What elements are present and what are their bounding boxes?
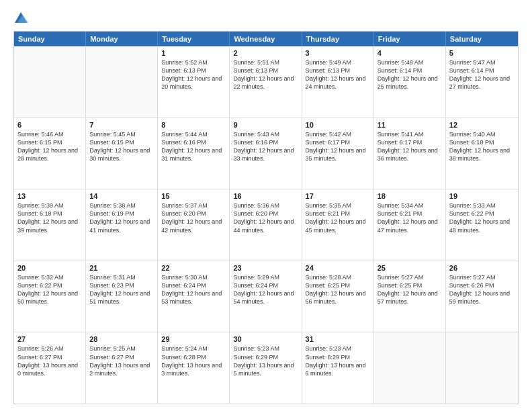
day-number: 21 bbox=[89, 264, 154, 272]
day-info: Sunrise: 5:36 AM Sunset: 6:20 PM Dayligh… bbox=[233, 201, 298, 234]
header-day-thursday: Thursday bbox=[302, 32, 374, 46]
day-number: 27 bbox=[17, 335, 82, 343]
day-number: 26 bbox=[449, 264, 515, 272]
calendar-cell: 10Sunrise: 5:42 AM Sunset: 6:17 PM Dayli… bbox=[302, 118, 374, 189]
calendar-row-4: 27Sunrise: 5:26 AM Sunset: 6:27 PM Dayli… bbox=[14, 332, 518, 404]
day-number: 30 bbox=[233, 335, 298, 343]
day-info: Sunrise: 5:23 AM Sunset: 6:29 PM Dayligh… bbox=[233, 345, 298, 377]
calendar-cell: 29Sunrise: 5:24 AM Sunset: 6:28 PM Dayli… bbox=[158, 332, 230, 404]
day-info: Sunrise: 5:44 AM Sunset: 6:16 PM Dayligh… bbox=[161, 130, 226, 163]
calendar-header: SundayMondayTuesdayWednesdayThursdayFrid… bbox=[14, 32, 518, 46]
day-info: Sunrise: 5:30 AM Sunset: 6:24 PM Dayligh… bbox=[161, 273, 226, 306]
header-day-sunday: Sunday bbox=[14, 32, 86, 46]
day-info: Sunrise: 5:37 AM Sunset: 6:20 PM Dayligh… bbox=[161, 201, 226, 234]
day-info: Sunrise: 5:51 AM Sunset: 6:13 PM Dayligh… bbox=[233, 58, 298, 91]
day-number: 6 bbox=[17, 121, 82, 129]
day-number: 23 bbox=[233, 264, 298, 272]
day-number: 18 bbox=[378, 192, 442, 200]
page-header bbox=[13, 11, 519, 26]
calendar-cell: 8Sunrise: 5:44 AM Sunset: 6:16 PM Daylig… bbox=[158, 118, 230, 189]
day-info: Sunrise: 5:29 AM Sunset: 6:24 PM Dayligh… bbox=[233, 273, 298, 306]
calendar-row-1: 6Sunrise: 5:46 AM Sunset: 6:15 PM Daylig… bbox=[14, 118, 518, 190]
calendar-cell: 22Sunrise: 5:30 AM Sunset: 6:24 PM Dayli… bbox=[158, 261, 230, 332]
calendar-cell: 1Sunrise: 5:52 AM Sunset: 6:13 PM Daylig… bbox=[158, 46, 230, 118]
day-info: Sunrise: 5:49 AM Sunset: 6:13 PM Dayligh… bbox=[306, 58, 370, 91]
day-number: 15 bbox=[161, 192, 226, 200]
calendar-cell: 28Sunrise: 5:25 AM Sunset: 6:27 PM Dayli… bbox=[86, 332, 158, 404]
calendar-cell: 14Sunrise: 5:38 AM Sunset: 6:19 PM Dayli… bbox=[86, 189, 158, 261]
day-info: Sunrise: 5:34 AM Sunset: 6:21 PM Dayligh… bbox=[378, 201, 442, 234]
header-day-monday: Monday bbox=[86, 32, 158, 46]
calendar-cell: 9Sunrise: 5:43 AM Sunset: 6:16 PM Daylig… bbox=[230, 118, 302, 189]
calendar-cell: 13Sunrise: 5:39 AM Sunset: 6:18 PM Dayli… bbox=[14, 189, 86, 261]
calendar: SundayMondayTuesdayWednesdayThursdayFrid… bbox=[13, 31, 519, 404]
calendar-cell: 3Sunrise: 5:49 AM Sunset: 6:13 PM Daylig… bbox=[302, 46, 374, 118]
calendar-cell: 21Sunrise: 5:31 AM Sunset: 6:23 PM Dayli… bbox=[86, 261, 158, 332]
calendar-cell: 19Sunrise: 5:33 AM Sunset: 6:22 PM Dayli… bbox=[446, 189, 518, 261]
day-info: Sunrise: 5:23 AM Sunset: 6:29 PM Dayligh… bbox=[306, 345, 370, 377]
day-info: Sunrise: 5:41 AM Sunset: 6:17 PM Dayligh… bbox=[378, 130, 442, 163]
calendar-cell: 5Sunrise: 5:47 AM Sunset: 6:14 PM Daylig… bbox=[446, 46, 518, 118]
day-info: Sunrise: 5:27 AM Sunset: 6:26 PM Dayligh… bbox=[449, 273, 515, 306]
day-number: 4 bbox=[378, 49, 442, 57]
calendar-cell bbox=[86, 46, 158, 118]
calendar-cell: 18Sunrise: 5:34 AM Sunset: 6:21 PM Dayli… bbox=[374, 189, 446, 261]
header-day-saturday: Saturday bbox=[446, 32, 518, 46]
day-info: Sunrise: 5:48 AM Sunset: 6:14 PM Dayligh… bbox=[378, 58, 442, 91]
day-info: Sunrise: 5:38 AM Sunset: 6:19 PM Dayligh… bbox=[89, 201, 154, 234]
day-number: 1 bbox=[161, 49, 226, 57]
day-number: 25 bbox=[378, 264, 442, 272]
calendar-cell: 16Sunrise: 5:36 AM Sunset: 6:20 PM Dayli… bbox=[230, 189, 302, 261]
calendar-cell: 25Sunrise: 5:27 AM Sunset: 6:25 PM Dayli… bbox=[374, 261, 446, 332]
day-info: Sunrise: 5:43 AM Sunset: 6:16 PM Dayligh… bbox=[233, 130, 298, 163]
calendar-cell: 17Sunrise: 5:35 AM Sunset: 6:21 PM Dayli… bbox=[302, 189, 374, 261]
day-number: 3 bbox=[306, 49, 370, 57]
calendar-cell: 20Sunrise: 5:32 AM Sunset: 6:22 PM Dayli… bbox=[14, 261, 86, 332]
header-day-friday: Friday bbox=[374, 32, 446, 46]
calendar-cell: 26Sunrise: 5:27 AM Sunset: 6:26 PM Dayli… bbox=[446, 261, 518, 332]
day-number: 7 bbox=[89, 121, 154, 129]
day-number: 28 bbox=[89, 335, 154, 343]
calendar-cell: 30Sunrise: 5:23 AM Sunset: 6:29 PM Dayli… bbox=[230, 332, 302, 404]
calendar-cell: 23Sunrise: 5:29 AM Sunset: 6:24 PM Dayli… bbox=[230, 261, 302, 332]
calendar-cell bbox=[14, 46, 86, 118]
calendar-row-0: 1Sunrise: 5:52 AM Sunset: 6:13 PM Daylig… bbox=[14, 46, 518, 118]
day-info: Sunrise: 5:31 AM Sunset: 6:23 PM Dayligh… bbox=[89, 273, 154, 306]
day-number: 5 bbox=[449, 49, 515, 57]
calendar-cell: 2Sunrise: 5:51 AM Sunset: 6:13 PM Daylig… bbox=[230, 46, 302, 118]
calendar-cell: 4Sunrise: 5:48 AM Sunset: 6:14 PM Daylig… bbox=[374, 46, 446, 118]
logo bbox=[13, 11, 31, 26]
calendar-cell: 11Sunrise: 5:41 AM Sunset: 6:17 PM Dayli… bbox=[374, 118, 446, 189]
day-number: 29 bbox=[161, 335, 226, 343]
day-info: Sunrise: 5:32 AM Sunset: 6:22 PM Dayligh… bbox=[17, 273, 82, 306]
calendar-cell: 12Sunrise: 5:40 AM Sunset: 6:18 PM Dayli… bbox=[446, 118, 518, 189]
calendar-row-3: 20Sunrise: 5:32 AM Sunset: 6:22 PM Dayli… bbox=[14, 261, 518, 333]
day-info: Sunrise: 5:28 AM Sunset: 6:25 PM Dayligh… bbox=[306, 273, 370, 306]
calendar-cell: 6Sunrise: 5:46 AM Sunset: 6:15 PM Daylig… bbox=[14, 118, 86, 189]
calendar-body: 1Sunrise: 5:52 AM Sunset: 6:13 PM Daylig… bbox=[14, 46, 518, 404]
day-number: 13 bbox=[17, 192, 82, 200]
day-number: 10 bbox=[306, 121, 370, 129]
header-day-tuesday: Tuesday bbox=[158, 32, 230, 46]
day-info: Sunrise: 5:45 AM Sunset: 6:15 PM Dayligh… bbox=[89, 130, 154, 163]
day-info: Sunrise: 5:24 AM Sunset: 6:28 PM Dayligh… bbox=[161, 345, 226, 377]
day-number: 19 bbox=[449, 192, 515, 200]
day-info: Sunrise: 5:27 AM Sunset: 6:25 PM Dayligh… bbox=[378, 273, 442, 306]
day-info: Sunrise: 5:33 AM Sunset: 6:22 PM Dayligh… bbox=[449, 201, 515, 234]
day-info: Sunrise: 5:39 AM Sunset: 6:18 PM Dayligh… bbox=[17, 201, 82, 234]
day-number: 24 bbox=[306, 264, 370, 272]
day-number: 17 bbox=[306, 192, 370, 200]
day-number: 12 bbox=[449, 121, 515, 129]
day-info: Sunrise: 5:35 AM Sunset: 6:21 PM Dayligh… bbox=[306, 201, 370, 234]
calendar-cell bbox=[374, 332, 446, 404]
day-info: Sunrise: 5:47 AM Sunset: 6:14 PM Dayligh… bbox=[449, 58, 515, 91]
day-number: 31 bbox=[306, 335, 370, 343]
day-info: Sunrise: 5:46 AM Sunset: 6:15 PM Dayligh… bbox=[17, 130, 82, 163]
day-number: 8 bbox=[161, 121, 226, 129]
day-number: 2 bbox=[233, 49, 298, 57]
day-info: Sunrise: 5:26 AM Sunset: 6:27 PM Dayligh… bbox=[17, 345, 82, 377]
day-number: 22 bbox=[161, 264, 226, 272]
day-number: 9 bbox=[233, 121, 298, 129]
calendar-cell: 24Sunrise: 5:28 AM Sunset: 6:25 PM Dayli… bbox=[302, 261, 374, 332]
day-number: 20 bbox=[17, 264, 82, 272]
